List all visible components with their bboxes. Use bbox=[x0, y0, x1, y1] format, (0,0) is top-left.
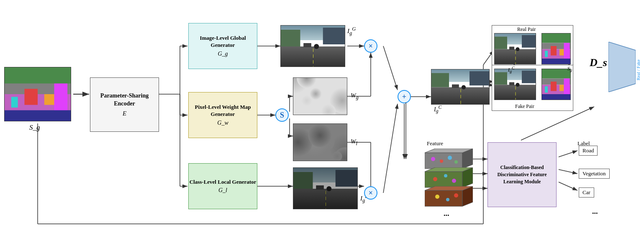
wg-image bbox=[293, 77, 347, 115]
global-output-image bbox=[280, 25, 345, 67]
weight-gen-label: G_w bbox=[217, 120, 228, 126]
local-gen-label: G_l bbox=[218, 187, 227, 194]
encoder-title: Parameter-Sharing Encoder bbox=[90, 92, 159, 107]
road-label-box: Road bbox=[579, 146, 598, 156]
wl-image bbox=[293, 123, 347, 161]
feature-block-3 bbox=[425, 186, 473, 208]
multiply-circle-2: × bbox=[364, 186, 377, 200]
svg-line-24 bbox=[383, 104, 398, 193]
feature-dots: ... bbox=[444, 209, 449, 218]
svg-line-20 bbox=[383, 46, 398, 90]
svg-marker-51 bbox=[425, 172, 462, 187]
local-gen-title: Class-Level Local Generator bbox=[190, 179, 257, 186]
svg-marker-57 bbox=[425, 190, 462, 206]
diagram-container: S_g Parameter-Sharing Encoder E Image-Le… bbox=[0, 0, 644, 231]
label-Wg: Wg bbox=[351, 92, 359, 101]
vegetation-label-box: Vegetation bbox=[579, 169, 610, 179]
fake-igc-image bbox=[494, 69, 536, 100]
input-image bbox=[4, 67, 71, 121]
feature-section-label: Feature bbox=[427, 140, 443, 147]
multiply-circle-1: × bbox=[364, 39, 377, 53]
global-gen-box: Image-Level Global Generator G_g bbox=[188, 23, 257, 69]
svg-point-47 bbox=[431, 157, 435, 161]
feature-learning-module: Classification-Based Discriminative Feat… bbox=[487, 142, 557, 207]
up-arrow-svg bbox=[402, 103, 410, 161]
multiply1-label: × bbox=[369, 42, 373, 51]
svg-point-62 bbox=[454, 193, 458, 198]
svg-line-37 bbox=[559, 151, 577, 157]
label-IgG: IgG bbox=[347, 26, 356, 36]
svg-point-61 bbox=[446, 198, 449, 201]
car-label-box: Car bbox=[579, 187, 594, 198]
fake-igc-label: IgC bbox=[508, 66, 515, 74]
label-IgC: IgC bbox=[434, 105, 441, 114]
svg-marker-42 bbox=[608, 42, 636, 92]
softmax-label: S bbox=[280, 111, 284, 120]
svg-line-38 bbox=[559, 169, 577, 174]
fake-pair-box: Fake Pair IgC Sg bbox=[492, 65, 573, 111]
discriminator-svg bbox=[608, 42, 636, 92]
softmax-circle: S bbox=[275, 108, 289, 122]
weight-gen-title: Pixel-Level Weight Map Generator bbox=[189, 104, 257, 118]
add-label: + bbox=[402, 92, 406, 101]
multiply2-label: × bbox=[369, 189, 373, 198]
feature-module-title: Classification-Based Discriminative Feat… bbox=[488, 162, 556, 187]
local-output-image bbox=[293, 167, 358, 209]
svg-point-60 bbox=[435, 195, 439, 199]
svg-line-41 bbox=[521, 107, 594, 140]
svg-point-55 bbox=[444, 174, 447, 177]
add-circle: + bbox=[398, 90, 411, 103]
real-pair-label: Real Pair bbox=[517, 26, 536, 33]
svg-point-50 bbox=[454, 160, 458, 164]
encoder-label: E bbox=[123, 110, 126, 117]
real-pair-box: Real Pair Sg Ig bbox=[492, 25, 573, 71]
label-dots: ... bbox=[592, 207, 598, 216]
real-sg-image bbox=[541, 33, 571, 64]
svg-point-49 bbox=[448, 156, 452, 160]
svg-point-48 bbox=[440, 159, 443, 163]
label-sg: S_g bbox=[29, 123, 40, 132]
global-gen-title: Image-Level Global Generator bbox=[189, 35, 257, 49]
weight-gen-box: Pixel-Level Weight Map Generator G_w bbox=[188, 92, 257, 138]
svg-line-39 bbox=[559, 182, 577, 190]
igc-image bbox=[431, 69, 490, 105]
fake-pair-label: Fake Pair bbox=[515, 103, 534, 110]
real-ig-image bbox=[494, 33, 536, 64]
real-fake-label: Real / Fake bbox=[636, 59, 641, 80]
fake-sg-image bbox=[541, 69, 571, 100]
svg-point-54 bbox=[433, 177, 437, 181]
label-Wl: Wl bbox=[351, 138, 357, 147]
fake-sg-label2: Sg bbox=[567, 66, 572, 72]
encoder-box: Parameter-Sharing Encoder E bbox=[90, 77, 159, 132]
svg-point-56 bbox=[452, 179, 456, 183]
global-gen-label: G_g bbox=[218, 51, 228, 57]
ds-label: D_s bbox=[590, 56, 607, 69]
local-gen-box: Class-Level Local Generator G_l bbox=[188, 163, 257, 209]
